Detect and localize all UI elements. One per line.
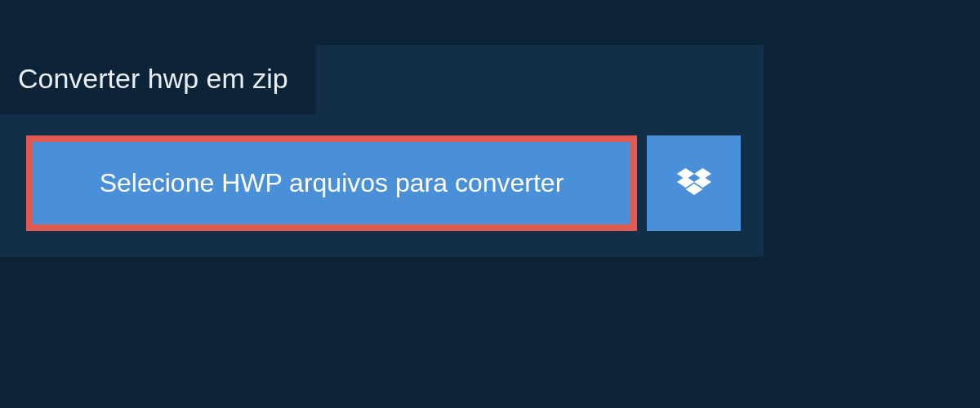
dropbox-button[interactable] <box>647 135 741 231</box>
button-row: Selecione HWP arquivos para converter <box>0 114 764 257</box>
converter-tab[interactable]: Converter hwp em zip <box>0 45 316 114</box>
select-files-button[interactable]: Selecione HWP arquivos para converter <box>26 135 637 231</box>
tab-title: Converter hwp em zip <box>18 63 288 94</box>
select-files-label: Selecione HWP arquivos para converter <box>100 168 564 198</box>
converter-panel: Converter hwp em zip Selecione HWP arqui… <box>0 45 764 257</box>
dropbox-icon <box>677 168 711 199</box>
